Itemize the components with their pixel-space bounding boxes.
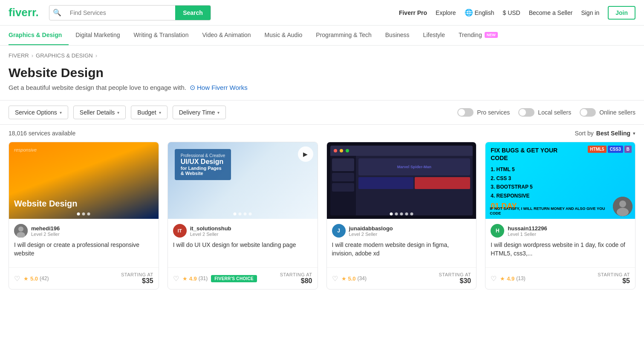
html5-icon: HTML5 <box>588 146 606 153</box>
rating-count: (13) <box>516 275 525 281</box>
page-subtitle: Get a beautiful website design that peop… <box>9 83 635 92</box>
rating: ★ 4.9 (13) <box>500 275 525 282</box>
sidebar-item-lifestyle[interactable]: Lifestyle <box>416 26 452 45</box>
sidebar-item-digital-marketing[interactable]: Digital Marketing <box>69 26 127 45</box>
svg-point-1 <box>18 226 23 232</box>
card4-bottom-text: IF NOT SATISFY, I WILL RETURN MONEY AND … <box>490 206 611 216</box>
currency-button[interactable]: $ USD <box>502 9 520 16</box>
rating-score: 5.0 <box>30 275 38 282</box>
service-card-2[interactable]: Professional & Creative UI/UX Design for… <box>167 142 318 290</box>
starting-at-label: STARTING AT <box>121 272 153 277</box>
bootstrap-icon: B <box>624 146 632 153</box>
avatar: IT <box>173 224 187 238</box>
search-button[interactable]: Search <box>175 6 211 20</box>
subtitle-text: Get a beautiful website design that peop… <box>9 84 186 91</box>
sort-label: Sort by <box>575 130 594 137</box>
online-sellers-toggle-group: Online sellers <box>580 108 635 117</box>
service-card-3[interactable]: Marvel Spider-Man J jun <box>326 142 477 290</box>
card-4-footer: ♡ ★ 4.9 (13) STARTING AT $5 <box>485 267 635 289</box>
card1-responsive: responsive <box>14 147 37 152</box>
seller-level: Level 2 Seller <box>31 232 60 237</box>
favorite-button[interactable]: ♡ <box>173 275 179 283</box>
card-4-seller-info: H hussain112296 Level 1 Seller <box>491 224 630 238</box>
sidebar-item-trending[interactable]: Trending NEW <box>452 26 505 45</box>
card-1-image: responsive Website Design <box>9 142 159 219</box>
card-1-body: mehedi196 Level 2 Seller I will design o… <box>9 219 159 267</box>
service-card-4[interactable]: FIX BUGS & GET YOUR CODE HTML5 CSS3 B 1.… <box>485 142 635 290</box>
delivery-time-button[interactable]: Delivery Time ▾ <box>173 106 226 119</box>
how-fiverr-works-link[interactable]: ⊙ How Fiverr Works <box>190 83 248 92</box>
card-3-title: I will create modern website design in f… <box>332 241 471 258</box>
sidebar-item-writing-translation[interactable]: Writing & Translation <box>127 26 196 45</box>
play-circle-icon: ⊙ <box>190 83 195 92</box>
card-3-footer: ♡ ★ 5.0 (34) STARTING AT $30 <box>327 267 477 289</box>
become-seller-link[interactable]: Become a Seller <box>529 9 573 16</box>
sidebar-item-music-audio[interactable]: Music & Audio <box>258 26 309 45</box>
seller-details: junaidabbaslogo Level 2 Seller <box>349 225 393 237</box>
avatar: H <box>491 224 504 238</box>
category-nav: Graphics & Design Digital Marketing Writ… <box>0 26 644 46</box>
seller-name: hussain112296 <box>508 225 547 232</box>
card-2-footer: ♡ ★ 4.9 (31) FIVERR'S CHOICE STARTING AT… <box>168 267 318 289</box>
card2-dots <box>234 212 252 215</box>
price: $30 <box>439 277 471 285</box>
join-button[interactable]: Join <box>608 6 635 20</box>
seller-name: junaidabbaslogo <box>349 225 393 232</box>
search-bar: 🔍 Search <box>49 5 211 20</box>
cards-grid: responsive Website Design mehedi196 Leve… <box>0 142 644 307</box>
sort-by-dropdown[interactable]: Sort by Best Selling ▾ <box>575 130 636 137</box>
local-sellers-toggle[interactable] <box>518 108 534 117</box>
logo-dot: . <box>36 6 39 19</box>
service-card-1[interactable]: responsive Website Design mehedi196 Leve… <box>9 142 159 290</box>
filter-toggles: Pro services Local sellers Online seller… <box>457 108 635 117</box>
card-2-image: Professional & Creative UI/UX Design for… <box>168 142 318 219</box>
breadcrumb-sep-1: › <box>32 52 33 59</box>
rating-count: (31) <box>199 275 208 281</box>
star-icon: ★ <box>500 275 505 282</box>
header-nav: Fiverr Pro Explore 🌐 English $ USD Becom… <box>399 6 635 20</box>
card1-dots <box>77 212 90 215</box>
local-sellers-toggle-group: Local sellers <box>518 108 571 117</box>
service-options-button[interactable]: Service Options ▾ <box>9 106 68 119</box>
favorite-button[interactable]: ♡ <box>14 275 20 283</box>
logo[interactable]: fiverr. <box>9 6 39 19</box>
pro-services-toggle[interactable] <box>457 108 474 117</box>
online-sellers-toggle[interactable] <box>580 108 596 117</box>
sort-value: Best Selling <box>596 130 630 137</box>
card-3-body: J junaidabbaslogo Level 2 Seller I will … <box>327 219 477 267</box>
breadcrumb: FIVERR › GRAPHICS & DESIGN › <box>0 46 644 66</box>
sidebar-item-graphics-design[interactable]: Graphics & Design <box>9 26 69 45</box>
svg-point-5 <box>617 208 629 216</box>
favorite-button[interactable]: ♡ <box>491 275 497 283</box>
language-button[interactable]: 🌐 English <box>465 9 494 17</box>
breadcrumb-graphics[interactable]: GRAPHICS & DESIGN <box>36 52 93 59</box>
explore-link[interactable]: Explore <box>436 9 456 16</box>
sidebar-item-business[interactable]: Business <box>378 26 416 45</box>
chevron-down-icon: ▾ <box>633 131 635 136</box>
card-2-body: IT it_solutionshub Level 2 Seller I will… <box>168 219 318 267</box>
card-4-image: FIX BUGS & GET YOUR CODE HTML5 CSS3 B 1.… <box>485 142 635 219</box>
chevron-down-icon: ▾ <box>60 110 62 115</box>
sidebar-item-video-animation[interactable]: Video & Animation <box>195 26 257 45</box>
css3-icon: CSS3 <box>608 146 623 153</box>
rating-score: 5.0 <box>348 275 356 282</box>
card-3-image: Marvel Spider-Man <box>327 142 477 219</box>
search-input[interactable] <box>65 6 175 20</box>
chevron-down-icon: ▾ <box>159 110 161 115</box>
price: $35 <box>121 277 153 285</box>
budget-button[interactable]: Budget ▾ <box>131 106 167 119</box>
seller-level: Level 1 Seller <box>508 232 547 237</box>
price-section: STARTING AT $30 <box>439 272 471 285</box>
fiverr-pro-link[interactable]: Fiverr Pro <box>399 9 427 16</box>
favorite-button[interactable]: ♡ <box>332 275 338 283</box>
filters-bar: Service Options ▾ Seller Details ▾ Budge… <box>0 100 644 125</box>
seller-details: hussain112296 Level 1 Seller <box>508 225 547 237</box>
rating: ★ 5.0 (34) <box>341 275 367 282</box>
breadcrumb-fiverr[interactable]: FIVERR <box>9 52 29 59</box>
sidebar-item-programming-tech[interactable]: Programming & Tech <box>309 26 378 45</box>
trending-badge: NEW <box>485 32 498 38</box>
play-button[interactable]: ▶ <box>298 146 313 162</box>
price: $80 <box>280 277 312 285</box>
sign-in-link[interactable]: Sign in <box>581 9 599 16</box>
seller-details-button[interactable]: Seller Details ▾ <box>73 106 126 119</box>
